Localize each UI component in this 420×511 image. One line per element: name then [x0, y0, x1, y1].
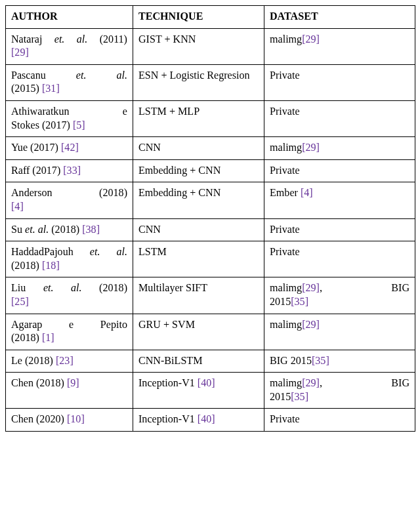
dataset-cell: malimg[29], BIG2015[35]: [264, 277, 415, 314]
technique-cell: GIST + KNN: [133, 28, 264, 64]
literature-table: AUTHOR TECHNIQUE DATASET Nataraj et. al.…: [5, 5, 415, 432]
author-cell: Liu et. al. (2018)[25]: [6, 277, 133, 314]
dataset-cell: malimg[29]: [264, 28, 415, 64]
dataset-cell: malimg[29], BIG2015[35]: [264, 373, 415, 409]
table-row: Anderson (2018)[4]Embedding + CNNEmber […: [6, 182, 415, 218]
dataset-cell: malimg[29]: [264, 137, 415, 160]
table-header-row: AUTHOR TECHNIQUE DATASET: [6, 6, 415, 29]
author-cell: Pascanu et. al.(2015) [31]: [6, 64, 133, 100]
author-cell: Yue (2017) [42]: [6, 137, 133, 160]
technique-cell: Inception-V1 [40]: [133, 409, 264, 432]
dataset-cell: Private: [264, 64, 415, 100]
author-cell: HaddadPajouh et. al. (2018) [18]: [6, 241, 133, 277]
author-cell: Agarap e Pepito(2018) [1]: [6, 314, 133, 350]
citation-ref[interactable]: [42]: [61, 142, 79, 153]
dataset-cell: BIG 2015[35]: [264, 350, 415, 373]
author-cell: Raff (2017) [33]: [6, 159, 133, 182]
citation-ref[interactable]: [10]: [67, 413, 85, 424]
citation-ref[interactable]: [29]: [302, 377, 320, 388]
citation-ref[interactable]: [29]: [302, 33, 320, 45]
dataset-cell: Private: [264, 159, 415, 182]
col-author: AUTHOR: [6, 6, 133, 29]
table-row: Nataraj et. al. (2011)[29]GIST + KNNmali…: [6, 28, 415, 64]
author-cell: Nataraj et. al. (2011)[29]: [6, 28, 133, 64]
table-row: Chen (2018) [9]Inception-V1 [40]malimg[2…: [6, 373, 415, 409]
author-cell: Chen (2020) [10]: [6, 409, 133, 432]
table-row: Le (2018) [23]CNN-BiLSTMBIG 2015[35]: [6, 350, 415, 373]
technique-cell: Embedding + CNN: [133, 159, 264, 182]
author-cell: Le (2018) [23]: [6, 350, 133, 373]
citation-ref[interactable]: [35]: [291, 391, 308, 402]
citation-ref[interactable]: [40]: [198, 413, 215, 424]
technique-cell: LSTM + MLP: [133, 100, 264, 136]
citation-ref[interactable]: [31]: [42, 83, 60, 94]
table-row: Yue (2017) [42]CNNmalimg[29]: [6, 137, 415, 160]
dataset-cell: malimg[29]: [264, 314, 415, 350]
citation-ref[interactable]: [29]: [11, 47, 29, 58]
citation-ref[interactable]: [9]: [67, 377, 79, 388]
citation-ref[interactable]: [5]: [73, 119, 85, 131]
citation-ref[interactable]: [29]: [302, 142, 320, 153]
technique-cell: Inception-V1 [40]: [133, 373, 264, 409]
technique-cell: LSTM: [133, 241, 264, 277]
table-row: HaddadPajouh et. al. (2018) [18]LSTMPriv…: [6, 241, 415, 277]
col-dataset: DATASET: [264, 6, 415, 29]
author-cell: Anderson (2018)[4]: [6, 182, 133, 218]
citation-ref[interactable]: [33]: [63, 165, 81, 176]
author-cell: Athiwaratkun eStokes (2017) [5]: [6, 100, 133, 136]
citation-ref[interactable]: [35]: [291, 296, 308, 307]
col-technique: TECHNIQUE: [133, 6, 264, 29]
table-row: Su et. al. (2018) [38]CNNPrivate: [6, 218, 415, 241]
technique-cell: CNN: [133, 218, 264, 241]
citation-ref[interactable]: [1]: [42, 332, 54, 343]
citation-ref[interactable]: [38]: [82, 224, 100, 235]
citation-ref[interactable]: [29]: [302, 282, 320, 293]
citation-ref[interactable]: [40]: [198, 377, 215, 388]
citation-ref[interactable]: [23]: [56, 355, 74, 366]
author-cell: Chen (2018) [9]: [6, 373, 133, 409]
table-row: Liu et. al. (2018)[25]Multilayer SIFTmal…: [6, 277, 415, 314]
dataset-cell: Private: [264, 218, 415, 241]
technique-cell: Embedding + CNN: [133, 182, 264, 218]
dataset-cell: Private: [264, 241, 415, 277]
table-row: Athiwaratkun eStokes (2017) [5]LSTM + ML…: [6, 100, 415, 136]
citation-ref[interactable]: [4]: [301, 187, 313, 198]
citation-ref[interactable]: [25]: [11, 296, 29, 307]
citation-ref[interactable]: [29]: [302, 319, 320, 330]
table-row: Raff (2017) [33]Embedding + CNNPrivate: [6, 159, 415, 182]
dataset-cell: Ember [4]: [264, 182, 415, 218]
citation-ref[interactable]: [35]: [312, 355, 329, 366]
dataset-cell: Private: [264, 100, 415, 136]
technique-cell: CNN: [133, 137, 264, 160]
dataset-cell: Private: [264, 409, 415, 432]
citation-ref[interactable]: [18]: [42, 260, 60, 271]
table-row: Pascanu et. al.(2015) [31]ESN + Logistic…: [6, 64, 415, 100]
table-row: Agarap e Pepito(2018) [1]GRU + SVMmalimg…: [6, 314, 415, 350]
technique-cell: Multilayer SIFT: [133, 277, 264, 314]
citation-ref[interactable]: [4]: [11, 201, 24, 212]
technique-cell: CNN-BiLSTM: [133, 350, 264, 373]
author-cell: Su et. al. (2018) [38]: [6, 218, 133, 241]
table-row: Chen (2020) [10]Inception-V1 [40]Private: [6, 409, 415, 432]
technique-cell: GRU + SVM: [133, 314, 264, 350]
technique-cell: ESN + Logistic Regresion: [133, 64, 264, 100]
